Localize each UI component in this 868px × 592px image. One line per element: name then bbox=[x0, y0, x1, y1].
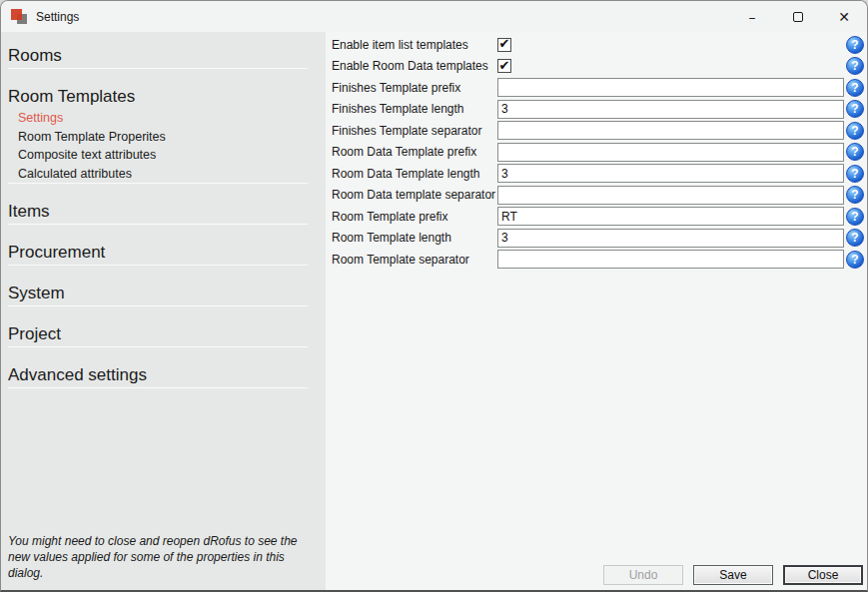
form-row: Room Template length ? bbox=[326, 228, 867, 250]
drofus-logo-icon bbox=[11, 9, 27, 24]
form-row: Finishes Template length ? bbox=[326, 99, 867, 121]
close-icon: ✕ bbox=[838, 9, 850, 25]
form-row: Finishes Template prefix ? bbox=[326, 77, 867, 99]
help-icon[interactable]: ? bbox=[846, 100, 864, 118]
form-row: Room Data Template prefix ? bbox=[326, 142, 867, 164]
dialog-footer: Undo Save Close bbox=[603, 565, 863, 585]
help-icon[interactable]: ? bbox=[846, 229, 864, 247]
room-data-template-separator-input[interactable] bbox=[497, 186, 844, 205]
field-label: Enable item list templates bbox=[332, 38, 497, 52]
sidebar-subitem-calculated-attributes[interactable]: Calculated attributes bbox=[1, 165, 326, 184]
check-icon: ✔ bbox=[499, 59, 510, 72]
sidebar-item-procurement[interactable]: Procurement bbox=[1, 241, 326, 265]
sidebar-subitem-settings[interactable]: Settings bbox=[1, 109, 326, 128]
sidebar-item-project[interactable]: Project bbox=[1, 322, 326, 346]
field-label: Enable Room Data templates bbox=[332, 59, 497, 73]
restart-note: You might need to close and reopen dRofu… bbox=[8, 534, 302, 582]
help-icon[interactable]: ? bbox=[846, 122, 864, 140]
sidebar-subitem-composite-text-attributes[interactable]: Composite text attributes bbox=[1, 146, 326, 165]
finishes-template-separator-input[interactable] bbox=[497, 121, 844, 140]
close-window-button[interactable]: ✕ bbox=[821, 1, 867, 32]
help-icon[interactable]: ? bbox=[846, 165, 864, 183]
help-icon[interactable]: ? bbox=[846, 208, 864, 226]
minimize-button[interactable]: – bbox=[729, 1, 775, 32]
help-icon[interactable]: ? bbox=[846, 251, 864, 269]
field-label: Room Template length bbox=[332, 231, 497, 245]
field-label: Room Data Template prefix bbox=[332, 145, 497, 159]
window-controls: – ✕ bbox=[729, 1, 867, 32]
form-row: Finishes Template separator ? bbox=[326, 120, 867, 142]
help-icon[interactable]: ? bbox=[846, 57, 864, 75]
help-icon[interactable]: ? bbox=[846, 143, 864, 161]
titlebar: Settings – ✕ bbox=[1, 1, 867, 32]
field-label: Finishes Template separator bbox=[332, 124, 497, 138]
form-row: Enable item list templates ✔ ? bbox=[326, 34, 867, 56]
minimize-icon: – bbox=[749, 9, 756, 25]
field-label: Finishes Template prefix bbox=[332, 81, 497, 95]
divider bbox=[8, 387, 308, 388]
settings-nav-sidebar: Rooms Room Templates Settings Room Templ… bbox=[1, 32, 326, 590]
sidebar-item-rooms[interactable]: Rooms bbox=[1, 44, 326, 68]
check-icon: ✔ bbox=[499, 37, 510, 50]
help-icon[interactable]: ? bbox=[846, 79, 864, 97]
finishes-template-prefix-input[interactable] bbox=[497, 78, 844, 97]
settings-form-panel: Enable item list templates ✔ ? Enable Ro… bbox=[326, 32, 867, 590]
field-label: Room Template prefix bbox=[332, 210, 497, 224]
form-row: Room Template prefix ? bbox=[326, 206, 867, 228]
form-row: Room Template separator ? bbox=[326, 249, 867, 271]
help-icon[interactable]: ? bbox=[846, 36, 864, 54]
sidebar-item-room-templates[interactable]: Room Templates bbox=[1, 85, 326, 109]
field-label: Room Template separator bbox=[332, 253, 497, 267]
enable-item-list-templates-checkbox[interactable]: ✔ bbox=[497, 38, 511, 52]
room-data-template-prefix-input[interactable] bbox=[497, 143, 844, 162]
form-row: Room Data Template length ? bbox=[326, 163, 867, 185]
help-icon[interactable]: ? bbox=[846, 186, 864, 204]
enable-room-data-templates-checkbox[interactable]: ✔ bbox=[497, 59, 511, 73]
settings-dialog: Settings – ✕ Rooms Room Templates Settin… bbox=[0, 0, 868, 592]
field-label: Room Data template separator bbox=[332, 188, 497, 202]
field-label: Finishes Template length bbox=[332, 102, 497, 116]
window-title: Settings bbox=[36, 10, 729, 24]
maximize-button[interactable] bbox=[775, 1, 821, 32]
sidebar-subitem-room-template-properties[interactable]: Room Template Properites bbox=[1, 128, 326, 147]
close-button[interactable]: Close bbox=[783, 565, 863, 585]
room-data-template-length-input[interactable] bbox=[497, 164, 844, 183]
sidebar-item-advanced-settings[interactable]: Advanced settings bbox=[1, 363, 326, 387]
field-label: Room Data Template length bbox=[332, 167, 497, 181]
finishes-template-length-input[interactable] bbox=[497, 100, 844, 119]
room-template-separator-input[interactable] bbox=[497, 250, 844, 269]
form-row: Room Data template separator ? bbox=[326, 185, 867, 207]
form-row: Enable Room Data templates ✔ ? bbox=[326, 56, 867, 78]
maximize-icon bbox=[793, 12, 803, 22]
undo-button[interactable]: Undo bbox=[603, 565, 683, 585]
save-button[interactable]: Save bbox=[693, 565, 773, 585]
sidebar-item-items[interactable]: Items bbox=[1, 200, 326, 224]
room-template-length-input[interactable] bbox=[497, 229, 844, 248]
room-template-prefix-input[interactable] bbox=[497, 207, 844, 226]
sidebar-item-system[interactable]: System bbox=[1, 282, 326, 305]
